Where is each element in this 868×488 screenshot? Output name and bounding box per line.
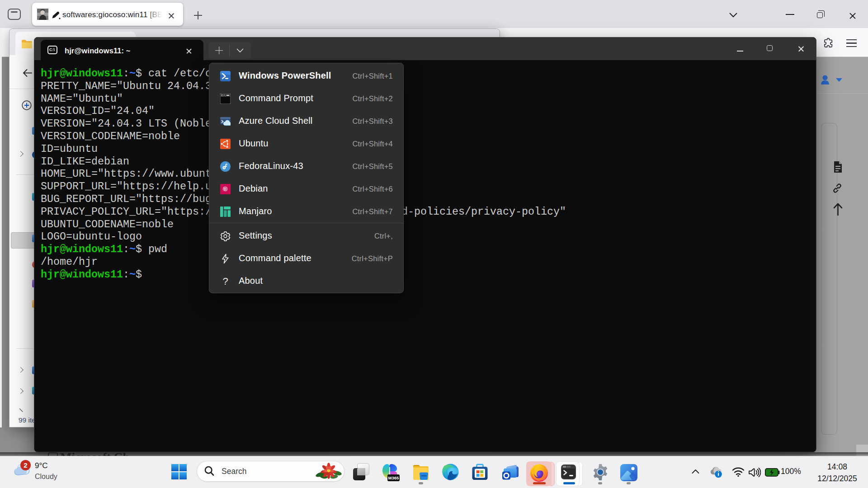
svg-text:C:\: C:\ <box>222 94 226 97</box>
